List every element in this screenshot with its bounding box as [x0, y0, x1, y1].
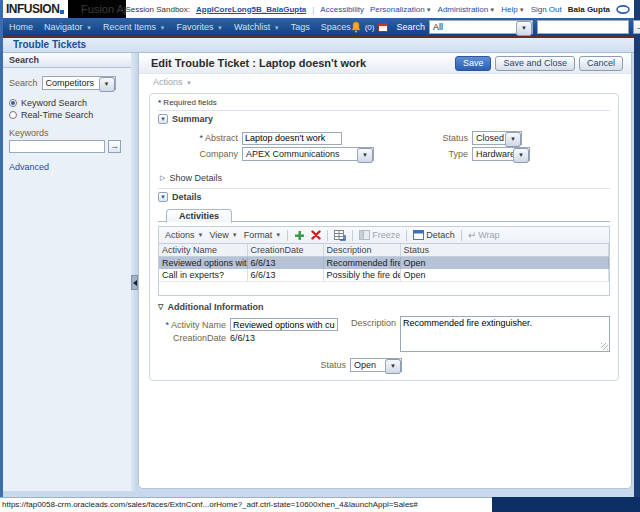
- personalization-menu[interactable]: Personalization▼: [370, 5, 432, 14]
- company-select[interactable]: APEX Communications ▼: [242, 147, 374, 161]
- current-user-name: Bala Gupta: [568, 5, 610, 14]
- calendar-icon[interactable]: [378, 22, 388, 32]
- chevron-down-icon: ▼: [232, 232, 238, 238]
- activities-table-block: Actions▼ View▼ Format▼ Freeze Detach: [158, 226, 610, 296]
- search-scope-select[interactable]: All ▼: [429, 20, 533, 34]
- chevron-down-icon: ▼: [99, 77, 115, 92]
- divider: |: [312, 5, 314, 14]
- collapse-icon[interactable]: ▼: [158, 192, 168, 202]
- disclosure-down-icon: ▽: [158, 303, 163, 311]
- detach-icon: [413, 230, 424, 240]
- table-empty-area: [159, 282, 609, 295]
- realtime-search-radio[interactable]: Real-Time Search: [9, 110, 125, 120]
- details-tab-bar: Activities: [158, 205, 610, 222]
- administration-menu[interactable]: Administration▼: [438, 5, 496, 14]
- help-menu[interactable]: Help▼: [501, 5, 524, 14]
- chevron-down-icon: ▼: [489, 7, 495, 13]
- nav-item-spaces[interactable]: Spaces: [321, 22, 351, 32]
- actions-menu[interactable]: Actions ▼: [139, 74, 631, 89]
- sign-out-link[interactable]: Sign Out: [531, 5, 562, 14]
- keywords-go-button[interactable]: →: [108, 140, 121, 153]
- nav-item-home[interactable]: Home: [9, 22, 33, 32]
- abstract-input[interactable]: [242, 132, 342, 145]
- cancel-button[interactable]: Cancel: [579, 56, 623, 71]
- required-fields-note: * Required fields: [158, 98, 610, 107]
- col-header-creation-date[interactable]: CreationDate: [247, 244, 323, 257]
- activity-name-input[interactable]: [230, 318, 338, 331]
- tab-activities[interactable]: Activities: [166, 209, 232, 223]
- keyword-search-radio[interactable]: Keyword Search: [9, 98, 125, 108]
- creation-date-value: 6/6/13: [230, 333, 255, 343]
- nav-item-tags[interactable]: Tags: [291, 22, 310, 32]
- activity-status-label: Status: [310, 360, 350, 370]
- radio-selected-icon: [9, 99, 17, 107]
- global-search-label: Search: [396, 22, 425, 32]
- add-row-icon[interactable]: [294, 230, 305, 241]
- summary-section-header[interactable]: ▼ Summary: [158, 110, 610, 127]
- wrap-button: ↵Wrap: [468, 230, 500, 241]
- chevron-down-icon: ▼: [86, 25, 92, 31]
- nav-item-recent-items[interactable]: Recent Items ▼: [103, 22, 166, 32]
- chevron-down-icon: ▼: [513, 148, 529, 163]
- toolbar-view-menu[interactable]: View▼: [209, 230, 237, 240]
- nav-item-navigator[interactable]: Navigator ▼: [44, 22, 92, 32]
- edit-trouble-ticket-panel: Edit Trouble Ticket : Laptop doesn't wor…: [138, 53, 632, 489]
- status-select[interactable]: Closed ▼: [472, 131, 522, 145]
- toolbar-format-menu[interactable]: Format▼: [244, 230, 281, 240]
- browser-status-bar: https://fap0058-crm.oracleads.com/sales/…: [0, 497, 640, 512]
- additional-information-toggle[interactable]: ▽ Additional Information: [158, 302, 610, 312]
- accessibility-link[interactable]: Accessibility: [320, 5, 364, 14]
- status-url: https://fap0058-crm.oracleads.com/sales/…: [0, 497, 492, 512]
- saved-search-select[interactable]: Competitors ▼: [42, 76, 116, 90]
- additional-information-section: ▽ Additional Information * Activity Name: [158, 302, 610, 372]
- logo-text: INFUSION: [6, 2, 59, 16]
- save-and-close-button[interactable]: Save and Close: [495, 56, 575, 71]
- chevron-down-icon: ▼: [217, 25, 223, 31]
- alerts-bell-icon[interactable]: [351, 21, 361, 33]
- logo-dot-icon: [60, 10, 64, 14]
- freeze-button: Freeze: [359, 230, 400, 240]
- delete-row-icon[interactable]: [311, 230, 321, 240]
- global-search-input[interactable]: [537, 20, 629, 34]
- detach-button[interactable]: Detach: [413, 230, 455, 240]
- nav-item-favorites[interactable]: Favorites ▼: [177, 22, 223, 32]
- chevron-down-icon: ▼: [505, 132, 521, 147]
- edit-ticket-title: Edit Trouble Ticket : Laptop doesn't wor…: [151, 57, 366, 69]
- description-textarea[interactable]: Recommended fire extinguisher.: [400, 316, 610, 352]
- col-header-status[interactable]: Status: [400, 244, 609, 257]
- keywords-input[interactable]: [9, 140, 105, 153]
- session-sandbox-link[interactable]: ApplCoreLong5B_BalaGupta: [196, 5, 306, 14]
- activity-name-label: * Activity Name: [158, 320, 230, 330]
- chevron-down-icon: ▼: [357, 148, 373, 163]
- radio-unselected-icon: [9, 111, 17, 119]
- table-row[interactable]: Call in experts? 6/6/13 Possibly the fir…: [159, 269, 609, 282]
- advanced-search-link[interactable]: Advanced: [9, 162, 49, 172]
- chevron-down-icon: ▼: [274, 25, 280, 31]
- chevron-down-icon: ▼: [160, 25, 166, 31]
- wrap-icon: ↵: [468, 230, 476, 241]
- search-go-button[interactable]: →: [633, 20, 640, 34]
- activity-status-select[interactable]: Open ▼: [350, 358, 402, 372]
- chevron-down-icon: ▼: [385, 359, 401, 374]
- collapse-icon[interactable]: ▼: [158, 114, 168, 124]
- resize-grip-icon[interactable]: [601, 343, 608, 350]
- details-section-header[interactable]: ▼ Details: [158, 188, 610, 205]
- table-row[interactable]: Reviewed options with custome 6/6/13 Rec…: [159, 257, 609, 270]
- toolbar-actions-menu[interactable]: Actions▼: [165, 230, 203, 240]
- show-details-toggle[interactable]: ▷ Show Details: [158, 169, 610, 188]
- panel-splitter[interactable]: [131, 53, 138, 491]
- col-header-activity-name[interactable]: Activity Name: [159, 244, 247, 257]
- export-to-excel-icon[interactable]: [334, 230, 346, 241]
- page-title: Trouble Tickets: [3, 38, 634, 53]
- global-nav-bar: Home Navigator ▼ Recent Items ▼ Favorite…: [3, 18, 634, 38]
- nav-item-watchlist[interactable]: Watchlist ▼: [234, 22, 280, 32]
- col-header-description[interactable]: Description: [323, 244, 400, 257]
- creation-date-label: CreationDate: [158, 333, 230, 343]
- splitter-collapse-handle[interactable]: [131, 275, 138, 290]
- divider: [327, 230, 328, 241]
- type-select[interactable]: Hardware ▼: [472, 147, 530, 161]
- oracle-icon: [616, 5, 630, 14]
- divider: [406, 230, 407, 241]
- save-button[interactable]: Save: [455, 56, 492, 71]
- chevron-down-icon: ▼: [519, 7, 525, 13]
